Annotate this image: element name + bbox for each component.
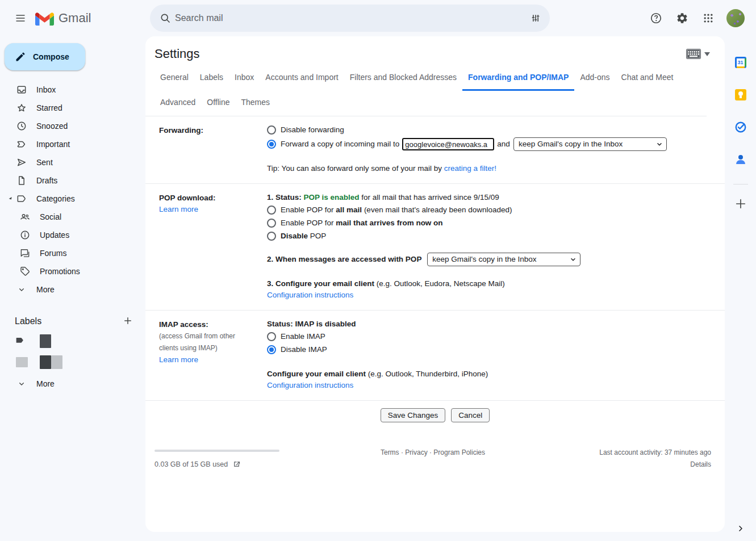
settings-tabs: General Labels Inbox Accounts and Import… [145, 66, 707, 116]
details-link[interactable]: Details [541, 460, 711, 468]
save-changes-button[interactable]: Save Changes [381, 408, 446, 422]
sidebar-item-categories[interactable]: Categories [7, 190, 145, 208]
imap-configuration-instructions-link[interactable]: Configuration instructions [267, 381, 353, 389]
keep-icon[interactable] [729, 83, 752, 106]
tab-add-ons[interactable]: Add-ons [574, 66, 615, 91]
enable-pop-all-label: Enable POP for all mail (even mail that'… [281, 204, 512, 216]
tab-labels[interactable]: Labels [194, 66, 229, 91]
program-policies-link[interactable]: Program Policies [433, 448, 485, 456]
top-bar: Gmail [0, 0, 756, 36]
tasks-icon[interactable] [729, 116, 752, 139]
sidebar-item-label: Snoozed [36, 121, 68, 131]
sidebar-item-important[interactable]: Important [7, 135, 145, 153]
forward-address-input[interactable] [402, 138, 494, 150]
chevron-down-icon [15, 285, 28, 294]
expand-arrow-icon[interactable] [7, 196, 15, 202]
redacted-label-icon [16, 357, 28, 367]
add-label-plus-icon[interactable] [123, 316, 133, 328]
gear-icon[interactable] [671, 7, 694, 30]
pop-learn-more-link[interactable]: Learn more [159, 205, 198, 213]
disable-forwarding-label: Disable forwarding [281, 124, 344, 136]
input-tools-selector[interactable] [686, 49, 710, 59]
pop-action-select[interactable]: keep Gmail's copy in the Inbox [427, 253, 580, 266]
sidebar-item-social[interactable]: Social [0, 208, 145, 226]
pop-step3-label: 3. Configure your email client [267, 279, 374, 288]
search-icon[interactable] [156, 9, 175, 28]
chevron-down-icon [656, 141, 663, 148]
gmail-logo[interactable]: Gmail [35, 11, 91, 26]
sidebar-item-label: Sent [36, 158, 53, 167]
imap-learn-more-link[interactable]: Learn more [159, 355, 198, 364]
avatar[interactable] [726, 9, 745, 27]
sidebar-item-inbox[interactable]: Inbox [7, 81, 145, 99]
settings-panel: Settings General Labels Inbox Accounts a… [145, 36, 725, 532]
google-apps-icon[interactable] [697, 7, 720, 30]
tab-inbox[interactable]: Inbox [229, 66, 260, 91]
tab-filters-and-blocked-addresses[interactable]: Filters and Blocked Addresses [344, 66, 462, 91]
label-row-redacted[interactable] [0, 330, 145, 351]
pop-step3-suffix: (e.g. Outlook, Eudora, Netscape Mail) [377, 279, 505, 288]
sidebar-item-label: Social [40, 212, 61, 221]
sidebar-item-sent[interactable]: Sent [7, 153, 145, 171]
sidebar-item-label: Important [36, 140, 70, 149]
sidebar-item-updates[interactable]: Updates [0, 226, 145, 244]
tab-chat-and-meet[interactable]: Chat and Meet [616, 66, 679, 91]
imap-access-section: IMAP access: (access Gmail from other cl… [145, 311, 725, 401]
labels-more[interactable]: More [7, 375, 145, 393]
sidebar-item-snoozed[interactable]: Snoozed [7, 117, 145, 135]
hamburger-menu-icon[interactable] [9, 7, 32, 30]
redacted-label-name [40, 334, 51, 348]
creating-a-filter-link[interactable]: creating a filter! [444, 164, 496, 173]
help-icon[interactable] [645, 7, 667, 30]
pop-configuration-instructions-link[interactable]: Configuration instructions [267, 291, 353, 299]
gmail-m-icon [35, 11, 54, 26]
cancel-button[interactable]: Cancel [451, 408, 490, 422]
collapse-panel-chevron-icon[interactable] [725, 524, 756, 533]
tab-advanced[interactable]: Advanced [154, 91, 201, 116]
terms-link[interactable]: Terms [381, 448, 399, 456]
privacy-link[interactable]: Privacy [405, 448, 427, 456]
draft-icon [15, 175, 28, 186]
disable-imap-radio[interactable] [267, 345, 276, 354]
label-row-redacted[interactable] [0, 351, 145, 372]
get-addons-plus-icon[interactable] [729, 192, 752, 215]
sidebar-item-forums[interactable]: Forums [0, 244, 145, 262]
compose-button[interactable]: Compose [5, 43, 85, 70]
pop-download-section: POP download: Learn more 1. Status: POP … [145, 184, 725, 311]
search-bar[interactable] [150, 5, 550, 32]
card-footer: 0.03 GB of 15 GB used Terms · Privacy · … [145, 430, 725, 468]
calendar-icon[interactable]: 31 [729, 51, 752, 74]
forwarding-tip-text: Tip: You can also forward only some of y… [267, 164, 442, 173]
contacts-icon[interactable] [729, 148, 752, 171]
pop-status-prefix: 1. Status: [267, 193, 302, 202]
sidebar-item-label: Inbox [36, 85, 56, 94]
tab-themes[interactable]: Themes [236, 91, 276, 116]
people-icon [18, 211, 32, 223]
enable-pop-all-mail-radio[interactable] [267, 206, 276, 215]
separator: · [429, 448, 432, 456]
disable-forwarding-radio[interactable] [267, 125, 276, 135]
forward-action-select[interactable]: keep Gmail's copy in the Inbox [513, 137, 667, 151]
rail-divider [733, 184, 748, 184]
sidebar-item-promotions[interactable]: Promotions [0, 262, 145, 280]
sidebar-item-label: Updates [40, 230, 69, 240]
tab-offline[interactable]: Offline [201, 91, 235, 116]
sidebar-item-drafts[interactable]: Drafts [7, 171, 145, 190]
chevron-down-icon [570, 256, 577, 263]
search-input[interactable] [175, 13, 526, 23]
enable-imap-radio[interactable] [267, 332, 276, 341]
forward-copy-radio[interactable] [267, 140, 276, 149]
tab-general[interactable]: General [154, 66, 194, 91]
enable-pop-from-now-radio[interactable] [267, 219, 276, 228]
disable-pop-radio[interactable] [267, 232, 276, 241]
redacted-label-name [51, 355, 62, 369]
search-options-icon[interactable] [526, 9, 545, 28]
tab-accounts-and-import[interactable]: Accounts and Import [260, 66, 344, 91]
sidebar-item-more[interactable]: More [7, 280, 145, 299]
sidebar-item-starred[interactable]: Starred [7, 99, 145, 117]
tab-forwarding-and-pop-imap[interactable]: Forwarding and POP/IMAP [462, 66, 574, 91]
account-avatar[interactable] [723, 7, 748, 30]
page-title: Settings [154, 47, 200, 61]
open-in-new-icon[interactable] [232, 460, 241, 468]
chevron-down-icon [15, 379, 28, 388]
